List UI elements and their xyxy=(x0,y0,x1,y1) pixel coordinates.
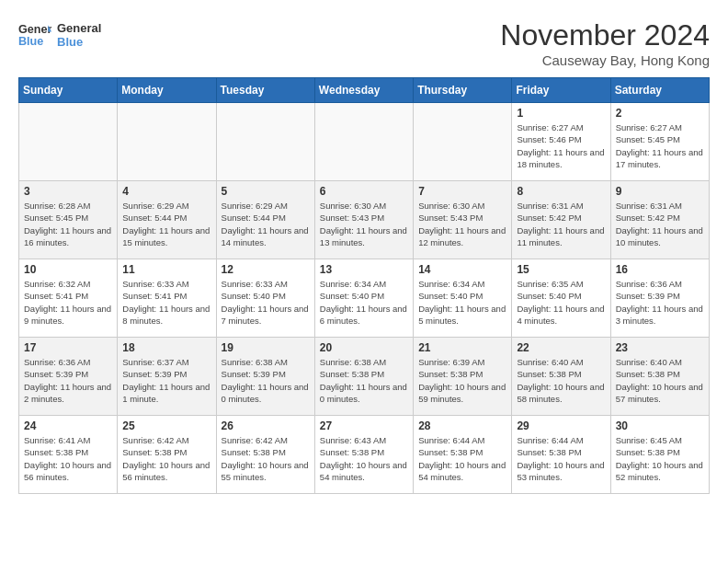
day-number: 16 xyxy=(616,263,704,276)
day-number: 28 xyxy=(418,419,506,432)
day-number: 8 xyxy=(517,185,605,198)
calendar-week-row: 3Sunrise: 6:28 AM Sunset: 5:45 PM Daylig… xyxy=(19,181,710,259)
day-info: Sunrise: 6:31 AM Sunset: 5:42 PM Dayligh… xyxy=(616,200,704,248)
day-info: Sunrise: 6:35 AM Sunset: 5:40 PM Dayligh… xyxy=(517,278,605,327)
day-number: 22 xyxy=(517,341,605,354)
calendar-cell: 18Sunrise: 6:37 AM Sunset: 5:39 PM Dayli… xyxy=(118,338,216,416)
day-number: 27 xyxy=(320,419,408,432)
month-title: November 2024 xyxy=(500,18,710,52)
day-info: Sunrise: 6:30 AM Sunset: 5:43 PM Dayligh… xyxy=(320,200,408,248)
calendar-cell: 6Sunrise: 6:30 AM Sunset: 5:43 PM Daylig… xyxy=(314,181,413,259)
calendar-cell: 19Sunrise: 6:38 AM Sunset: 5:39 PM Dayli… xyxy=(216,338,314,416)
calendar-cell: 26Sunrise: 6:42 AM Sunset: 5:38 PM Dayli… xyxy=(216,416,314,494)
day-info: Sunrise: 6:39 AM Sunset: 5:38 PM Dayligh… xyxy=(418,356,506,405)
day-number: 23 xyxy=(616,341,704,354)
day-number: 17 xyxy=(24,341,112,354)
calendar-cell: 2Sunrise: 6:27 AM Sunset: 5:45 PM Daylig… xyxy=(610,103,709,181)
day-number: 6 xyxy=(320,185,408,198)
day-info: Sunrise: 6:29 AM Sunset: 5:44 PM Dayligh… xyxy=(122,200,210,248)
weekday-header-monday: Monday xyxy=(118,78,216,103)
day-info: Sunrise: 6:30 AM Sunset: 5:43 PM Dayligh… xyxy=(418,200,506,248)
day-info: Sunrise: 6:34 AM Sunset: 5:40 PM Dayligh… xyxy=(418,278,506,327)
day-number: 9 xyxy=(616,185,704,198)
day-number: 1 xyxy=(517,107,605,120)
day-info: Sunrise: 6:28 AM Sunset: 5:45 PM Dayligh… xyxy=(24,200,112,248)
logo: General Blue General Blue xyxy=(18,18,101,52)
day-number: 25 xyxy=(122,419,210,432)
title-block: November 2024 Causeway Bay, Hong Kong xyxy=(500,18,710,68)
day-info: Sunrise: 6:37 AM Sunset: 5:39 PM Dayligh… xyxy=(122,356,210,405)
logo-icon: General Blue xyxy=(18,18,51,52)
weekday-header-tuesday: Tuesday xyxy=(216,78,314,103)
calendar-cell: 15Sunrise: 6:35 AM Sunset: 5:40 PM Dayli… xyxy=(512,259,610,338)
day-info: Sunrise: 6:44 AM Sunset: 5:38 PM Dayligh… xyxy=(517,434,605,483)
calendar-cell: 4Sunrise: 6:29 AM Sunset: 5:44 PM Daylig… xyxy=(118,181,216,259)
calendar-cell: 24Sunrise: 6:41 AM Sunset: 5:38 PM Dayli… xyxy=(19,416,118,494)
day-number: 11 xyxy=(122,263,210,276)
calendar-cell: 21Sunrise: 6:39 AM Sunset: 5:38 PM Dayli… xyxy=(414,338,512,416)
day-number: 18 xyxy=(122,341,210,354)
day-info: Sunrise: 6:31 AM Sunset: 5:42 PM Dayligh… xyxy=(517,200,605,248)
weekday-header-sunday: Sunday xyxy=(19,78,118,103)
day-info: Sunrise: 6:32 AM Sunset: 5:41 PM Dayligh… xyxy=(24,278,112,327)
logo-blue: Blue xyxy=(57,35,101,49)
day-info: Sunrise: 6:27 AM Sunset: 5:45 PM Dayligh… xyxy=(616,121,704,170)
day-number: 2 xyxy=(616,107,704,120)
calendar-cell: 20Sunrise: 6:38 AM Sunset: 5:38 PM Dayli… xyxy=(314,338,413,416)
weekday-header-saturday: Saturday xyxy=(610,78,709,103)
calendar-cell: 23Sunrise: 6:40 AM Sunset: 5:38 PM Dayli… xyxy=(610,338,709,416)
calendar-cell xyxy=(118,103,216,181)
calendar-week-row: 10Sunrise: 6:32 AM Sunset: 5:41 PM Dayli… xyxy=(19,259,710,338)
day-info: Sunrise: 6:38 AM Sunset: 5:38 PM Dayligh… xyxy=(320,356,408,405)
location: Causeway Bay, Hong Kong xyxy=(500,52,710,68)
day-info: Sunrise: 6:40 AM Sunset: 5:38 PM Dayligh… xyxy=(517,356,605,405)
day-info: Sunrise: 6:34 AM Sunset: 5:40 PM Dayligh… xyxy=(320,278,408,327)
day-number: 13 xyxy=(320,263,408,276)
day-info: Sunrise: 6:36 AM Sunset: 5:39 PM Dayligh… xyxy=(24,356,112,405)
calendar-cell xyxy=(216,103,314,181)
calendar-cell xyxy=(414,103,512,181)
weekday-header-wednesday: Wednesday xyxy=(314,78,413,103)
calendar-cell: 16Sunrise: 6:36 AM Sunset: 5:39 PM Dayli… xyxy=(610,259,709,338)
calendar-cell: 25Sunrise: 6:42 AM Sunset: 5:38 PM Dayli… xyxy=(118,416,216,494)
calendar-cell: 5Sunrise: 6:29 AM Sunset: 5:44 PM Daylig… xyxy=(216,181,314,259)
calendar-cell: 1Sunrise: 6:27 AM Sunset: 5:46 PM Daylig… xyxy=(512,103,610,181)
day-number: 21 xyxy=(418,341,506,354)
calendar-cell: 9Sunrise: 6:31 AM Sunset: 5:42 PM Daylig… xyxy=(610,181,709,259)
calendar-cell xyxy=(314,103,413,181)
day-info: Sunrise: 6:38 AM Sunset: 5:39 PM Dayligh… xyxy=(222,356,310,405)
calendar-cell: 7Sunrise: 6:30 AM Sunset: 5:43 PM Daylig… xyxy=(414,181,512,259)
day-number: 14 xyxy=(418,263,506,276)
day-info: Sunrise: 6:41 AM Sunset: 5:38 PM Dayligh… xyxy=(24,434,112,483)
day-number: 10 xyxy=(24,263,112,276)
calendar-cell: 29Sunrise: 6:44 AM Sunset: 5:38 PM Dayli… xyxy=(512,416,610,494)
day-info: Sunrise: 6:33 AM Sunset: 5:41 PM Dayligh… xyxy=(122,278,210,327)
calendar-header-row: SundayMondayTuesdayWednesdayThursdayFrid… xyxy=(19,78,710,103)
calendar-cell: 3Sunrise: 6:28 AM Sunset: 5:45 PM Daylig… xyxy=(19,181,118,259)
calendar-cell: 30Sunrise: 6:45 AM Sunset: 5:38 PM Dayli… xyxy=(610,416,709,494)
day-number: 3 xyxy=(24,185,112,198)
day-info: Sunrise: 6:43 AM Sunset: 5:38 PM Dayligh… xyxy=(320,434,408,483)
day-number: 5 xyxy=(222,185,310,198)
day-info: Sunrise: 6:45 AM Sunset: 5:38 PM Dayligh… xyxy=(616,434,704,483)
calendar-week-row: 17Sunrise: 6:36 AM Sunset: 5:39 PM Dayli… xyxy=(19,338,710,416)
svg-text:Blue: Blue xyxy=(18,35,43,48)
day-number: 20 xyxy=(320,341,408,354)
calendar-cell: 10Sunrise: 6:32 AM Sunset: 5:41 PM Dayli… xyxy=(19,259,118,338)
calendar-cell: 27Sunrise: 6:43 AM Sunset: 5:38 PM Dayli… xyxy=(314,416,413,494)
calendar-week-row: 24Sunrise: 6:41 AM Sunset: 5:38 PM Dayli… xyxy=(19,416,710,494)
day-info: Sunrise: 6:42 AM Sunset: 5:38 PM Dayligh… xyxy=(122,434,210,483)
day-info: Sunrise: 6:29 AM Sunset: 5:44 PM Dayligh… xyxy=(222,200,310,248)
day-info: Sunrise: 6:33 AM Sunset: 5:40 PM Dayligh… xyxy=(222,278,310,327)
day-number: 4 xyxy=(122,185,210,198)
calendar-cell: 22Sunrise: 6:40 AM Sunset: 5:38 PM Dayli… xyxy=(512,338,610,416)
page-header: General Blue General Blue November 2024 … xyxy=(18,18,710,68)
day-number: 29 xyxy=(517,419,605,432)
calendar-cell: 28Sunrise: 6:44 AM Sunset: 5:38 PM Dayli… xyxy=(414,416,512,494)
day-number: 24 xyxy=(24,419,112,432)
calendar-cell: 8Sunrise: 6:31 AM Sunset: 5:42 PM Daylig… xyxy=(512,181,610,259)
calendar-week-row: 1Sunrise: 6:27 AM Sunset: 5:46 PM Daylig… xyxy=(19,103,710,181)
calendar-table: SundayMondayTuesdayWednesdayThursdayFrid… xyxy=(18,77,710,494)
day-number: 15 xyxy=(517,263,605,276)
calendar-cell: 13Sunrise: 6:34 AM Sunset: 5:40 PM Dayli… xyxy=(314,259,413,338)
